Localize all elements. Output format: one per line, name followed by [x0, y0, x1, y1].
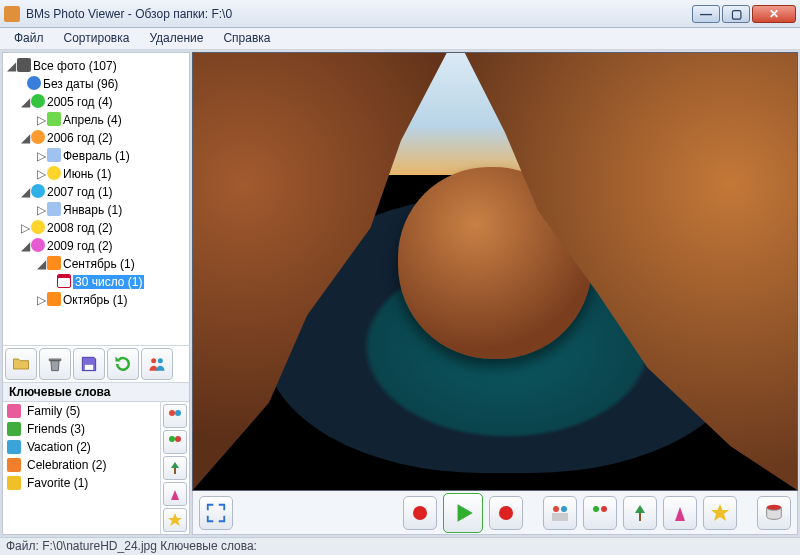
tree-2009-sep-30[interactable]: 30 число (1): [73, 275, 144, 289]
tag-friends-button-2[interactable]: [583, 496, 617, 530]
menu-bar: Файл Сортировка Удаление Справка: [0, 28, 800, 50]
tag-friends-button[interactable]: [163, 430, 187, 454]
expand-toggle[interactable]: ◢: [19, 183, 31, 201]
expand-toggle[interactable]: ◢: [5, 57, 17, 75]
menu-sort[interactable]: Сортировка: [54, 28, 140, 49]
expand-toggle[interactable]: ▷: [35, 165, 47, 183]
keyword-label[interactable]: Family (5): [27, 404, 80, 418]
app-icon: [4, 6, 20, 22]
svg-point-11: [561, 506, 567, 512]
folder-tree[interactable]: ◢Все фото (107) Без даты (96) ◢2005 год …: [3, 53, 189, 345]
menu-delete[interactable]: Удаление: [139, 28, 213, 49]
tree-2007[interactable]: 2007 год (1): [47, 185, 113, 199]
photo-image: [193, 53, 797, 490]
maximize-button[interactable]: ▢: [722, 5, 750, 23]
year-icon: [31, 238, 45, 252]
expand-toggle[interactable]: ◢: [19, 237, 31, 255]
menu-file[interactable]: Файл: [4, 28, 54, 49]
tag-favorite-button-2[interactable]: [703, 496, 737, 530]
keyword-label[interactable]: Favorite (1): [27, 476, 88, 490]
tree-nodate[interactable]: Без даты (96): [43, 77, 118, 91]
keywords-list[interactable]: Family (5) Friends (3) Vacation (2) Cele…: [3, 402, 161, 534]
svg-point-4: [175, 410, 181, 416]
tag-celebration-button[interactable]: [163, 482, 187, 506]
tree-root[interactable]: Все фото (107): [33, 59, 117, 73]
tree-2009-sep[interactable]: Сентябрь (1): [63, 257, 135, 271]
expand-toggle[interactable]: ◢: [35, 255, 47, 273]
tree-2006[interactable]: 2006 год (2): [47, 131, 113, 145]
tag-favorite-button[interactable]: [163, 508, 187, 532]
close-button[interactable]: ✕: [752, 5, 796, 23]
sun-icon: [47, 166, 61, 180]
keyword-label[interactable]: Friends (3): [27, 422, 85, 436]
sidebar: ◢Все фото (107) Без даты (96) ◢2005 год …: [2, 52, 190, 535]
tree-2007-jan[interactable]: Январь (1): [63, 203, 122, 217]
friends-icon: [7, 422, 21, 436]
maple-leaf-icon: [47, 292, 61, 306]
keywords-header: Ключевые слова: [3, 382, 189, 402]
stop-record-button[interactable]: [489, 496, 523, 530]
svg-point-10: [553, 506, 559, 512]
tree-2005-apr[interactable]: Апрель (4): [63, 113, 122, 127]
photo-viewport[interactable]: [192, 52, 798, 491]
keyword-item: Favorite (1): [3, 474, 160, 492]
delete-photo-button[interactable]: [757, 496, 791, 530]
expand-toggle[interactable]: ▷: [35, 111, 47, 129]
question-icon: [27, 76, 41, 90]
fullscreen-button[interactable]: [199, 496, 233, 530]
expand-toggle[interactable]: ◢: [19, 129, 31, 147]
svg-point-13: [593, 506, 599, 512]
expand-toggle[interactable]: ▷: [19, 219, 31, 237]
play-button[interactable]: [443, 493, 483, 533]
tag-family-button[interactable]: [163, 404, 187, 428]
tag-vacation-button-2[interactable]: [623, 496, 657, 530]
keyword-item: Friends (3): [3, 420, 160, 438]
svg-point-8: [413, 506, 427, 520]
minimize-button[interactable]: —: [692, 5, 720, 23]
tree-2006-jun[interactable]: Июнь (1): [63, 167, 112, 181]
keyword-item: Celebration (2): [3, 456, 160, 474]
svg-rect-0: [85, 365, 93, 370]
expand-toggle[interactable]: ◢: [19, 93, 31, 111]
open-folder-button[interactable]: [5, 348, 37, 380]
favorite-icon: [7, 476, 21, 490]
trash-button[interactable]: [39, 348, 71, 380]
refresh-button[interactable]: [107, 348, 139, 380]
viewer-panel: [192, 52, 798, 535]
record-button[interactable]: [403, 496, 437, 530]
keyword-label[interactable]: Celebration (2): [27, 458, 106, 472]
maple-leaf-icon: [47, 256, 61, 270]
people-button[interactable]: [141, 348, 173, 380]
vacation-icon: [7, 440, 21, 454]
save-button[interactable]: [73, 348, 105, 380]
expand-toggle[interactable]: ▷: [35, 147, 47, 165]
tree-2009-oct[interactable]: Октябрь (1): [63, 293, 128, 307]
year-icon: [31, 184, 45, 198]
keyword-item: Family (5): [3, 402, 160, 420]
tree-2009[interactable]: 2009 год (2): [47, 239, 113, 253]
family-icon: [7, 404, 21, 418]
tree-2005[interactable]: 2005 год (4): [47, 95, 113, 109]
calendar-icon: [57, 274, 71, 288]
menu-help[interactable]: Справка: [213, 28, 280, 49]
leaf-icon: [47, 112, 61, 126]
tag-celebration-button-2[interactable]: [663, 496, 697, 530]
snowflake-icon: [47, 202, 61, 216]
sidebar-toolbar: [3, 345, 189, 382]
svg-point-5: [169, 436, 175, 442]
svg-point-1: [151, 358, 156, 363]
svg-point-3: [169, 410, 175, 416]
tag-family-button-2[interactable]: [543, 496, 577, 530]
tree-2008[interactable]: 2008 год (2): [47, 221, 113, 235]
tree-2006-feb[interactable]: Февраль (1): [63, 149, 130, 163]
svg-point-6: [175, 436, 181, 442]
svg-point-14: [601, 506, 607, 512]
keyword-label[interactable]: Vacation (2): [27, 440, 91, 454]
snowflake-icon: [47, 148, 61, 162]
status-text: Файл: F:\0\natureHD_24.jpg Ключевые слов…: [6, 539, 257, 553]
celebration-icon: [7, 458, 21, 472]
expand-toggle[interactable]: ▷: [35, 201, 47, 219]
viewer-toolbar: [192, 491, 798, 535]
expand-toggle[interactable]: ▷: [35, 291, 47, 309]
tag-vacation-button[interactable]: [163, 456, 187, 480]
